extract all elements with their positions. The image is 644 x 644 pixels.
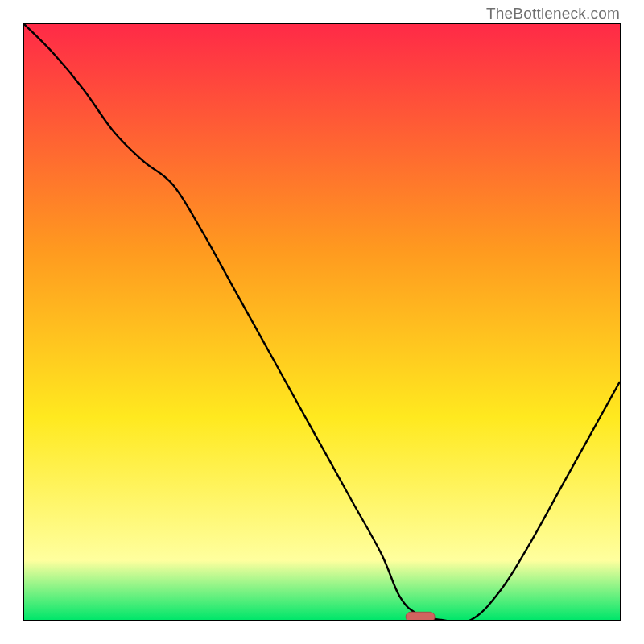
attribution-text: TheBottleneck.com bbox=[486, 5, 620, 23]
optimum-marker bbox=[406, 612, 435, 620]
plot-area bbox=[23, 23, 621, 621]
gradient-background bbox=[24, 24, 620, 620]
chart-svg bbox=[24, 24, 620, 620]
chart-container: TheBottleneck.com bbox=[0, 0, 644, 644]
